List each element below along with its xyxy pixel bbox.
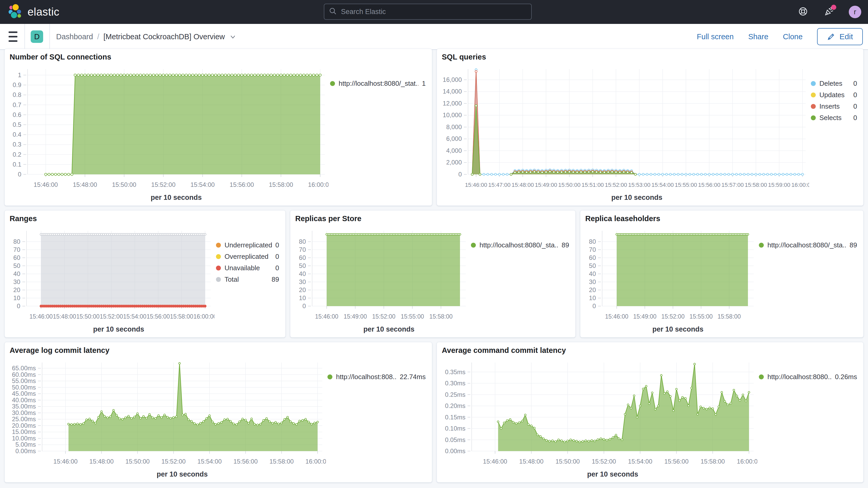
svg-text:0.10ms: 0.10ms (445, 425, 465, 432)
chart-average-command-commit-latency[interactable]: 0.00ms0.05ms0.10ms0.15ms0.20ms0.25ms0.30… (439, 358, 757, 480)
divider (50, 24, 50, 49)
chart-legend: http://localhost:8080/_sta...89 (757, 226, 861, 335)
series-color-dot (216, 243, 221, 248)
svg-text:0.6: 0.6 (13, 111, 21, 118)
svg-text:10: 10 (589, 295, 596, 301)
chart-replica-leaseholders[interactable]: 0102030405060708015:46:0015:49:0015:52:0… (582, 226, 757, 335)
legend-item[interactable]: http://localhost:8080/_sta...89 (471, 241, 571, 249)
svg-text:14,000: 14,000 (443, 88, 462, 95)
chart-sql-queries[interactable]: 02,0004,0006,0008,00010,00012,00014,0001… (439, 65, 809, 204)
chart-average-log-commit-latency[interactable]: 0.00ms5.00ms10.00ms15.00ms20.00ms25.00ms… (7, 358, 326, 480)
legend-item[interactable]: http://localhost:808...22.74ms (328, 373, 427, 381)
svg-text:15:46:00: 15:46:00 (29, 313, 53, 320)
svg-text:0.4: 0.4 (13, 131, 21, 138)
legend-label: Inserts (819, 102, 840, 110)
legend-item[interactable]: http://localhost:8080/_stat...1 (330, 80, 427, 87)
legend-item[interactable]: Total89 (216, 275, 281, 283)
elastic-logo[interactable]: elastic (8, 4, 60, 20)
life-ring-icon (798, 6, 808, 18)
svg-text:0.25ms: 0.25ms (445, 391, 465, 398)
svg-text:40.00ms: 40.00ms (12, 397, 36, 403)
svg-text:80: 80 (13, 238, 20, 245)
svg-text:15:49:00: 15:49:00 (344, 313, 367, 320)
svg-text:15:52:00: 15:52:00 (372, 313, 396, 320)
svg-text:5.00ms: 5.00ms (16, 441, 36, 448)
svg-text:0.15ms: 0.15ms (445, 414, 465, 421)
svg-text:10: 10 (299, 295, 306, 301)
legend-item[interactable]: Unavailable0 (216, 264, 281, 272)
logo-wordmark: elastic (28, 6, 60, 18)
legend-item[interactable]: Deletes0 (811, 80, 859, 87)
help-button[interactable] (797, 6, 809, 18)
hamburger-icon (8, 31, 18, 33)
svg-text:0.9: 0.9 (13, 81, 21, 88)
svg-text:80: 80 (299, 238, 306, 245)
legend-label: http://localhost:808... (336, 373, 396, 381)
chart-legend: http://localhost:8080...0.26ms (757, 358, 861, 480)
svg-text:70: 70 (589, 246, 596, 253)
page-title[interactable]: [Metricbeat CockroachDB] Overview (103, 32, 225, 41)
svg-text:15:46:00: 15:46:00 (53, 458, 78, 465)
newsfeed-button[interactable] (823, 6, 835, 18)
svg-text:30.00ms: 30.00ms (12, 409, 36, 416)
legend-value: 0 (276, 252, 281, 261)
legend-item[interactable]: Updates0 (811, 91, 859, 99)
search-input[interactable] (340, 7, 527, 16)
svg-text:0: 0 (592, 302, 596, 309)
svg-text:2,000: 2,000 (446, 159, 462, 166)
series-color-dot (759, 243, 764, 248)
svg-text:16:00:00: 16:00:00 (791, 182, 809, 188)
chevron-down-icon[interactable] (229, 33, 236, 40)
chart-ranges[interactable]: 0102030405060708015:46:0015:48:0015:50:0… (7, 226, 214, 335)
svg-text:0: 0 (18, 171, 21, 178)
panel-title: Average log commit latency (10, 346, 110, 355)
legend-label: http://localhost:8080/_sta... (768, 241, 846, 249)
legend-item[interactable]: http://localhost:8080/_sta...89 (759, 241, 859, 249)
svg-text:0.7: 0.7 (13, 101, 21, 109)
chart-replicas-per-store[interactable]: 0102030405060708015:46:0015:49:0015:52:0… (292, 226, 469, 335)
share-button[interactable]: Share (748, 32, 768, 41)
svg-text:0.35ms: 0.35ms (445, 368, 465, 375)
legend-item[interactable]: Underreplicated0 (216, 241, 281, 249)
clone-button[interactable]: Clone (783, 32, 803, 41)
svg-text:per 10 seconds: per 10 seconds (652, 325, 704, 333)
edit-button[interactable]: Edit (817, 28, 863, 45)
dashboard-app-badge[interactable]: D (31, 30, 43, 43)
user-avatar[interactable]: r (849, 6, 861, 18)
series-color-dot (811, 104, 816, 109)
svg-text:30: 30 (13, 278, 20, 285)
legend-item[interactable]: Overreplicated0 (216, 252, 281, 261)
breadcrumb-dashboard[interactable]: Dashboard (56, 32, 93, 41)
global-search[interactable] (324, 4, 532, 20)
svg-text:per 10 seconds: per 10 seconds (611, 193, 662, 202)
chart-number-of-sql-connections[interactable]: 00.10.20.30.40.50.60.70.80.9115:46:0015:… (7, 65, 329, 204)
svg-text:0.30ms: 0.30ms (445, 379, 465, 387)
svg-text:15:58:00: 15:58:00 (717, 313, 741, 320)
svg-text:15:52:00: 15:52:00 (100, 313, 123, 320)
svg-text:60.00ms: 60.00ms (12, 371, 36, 378)
svg-text:15:56:00: 15:56:00 (234, 458, 257, 465)
menu-button[interactable] (8, 31, 18, 42)
legend-item[interactable]: Inserts0 (811, 102, 859, 110)
legend-label: http://localhost:8080... (768, 373, 831, 381)
legend-value: 1 (422, 80, 427, 87)
svg-text:0.3: 0.3 (13, 141, 21, 148)
svg-text:15:46:00: 15:46:00 (33, 181, 58, 188)
legend-value: 0 (276, 241, 281, 249)
svg-text:15:46:00: 15:46:00 (483, 458, 507, 465)
svg-text:15:54:00: 15:54:00 (123, 313, 147, 320)
svg-text:30: 30 (589, 278, 596, 285)
legend-value: 89 (272, 275, 281, 283)
panel-title: Average command commit latency (442, 346, 566, 355)
svg-text:15:55:00: 15:55:00 (689, 313, 713, 320)
pencil-icon (827, 32, 835, 41)
panel-title: Ranges (10, 214, 37, 223)
legend-item[interactable]: http://localhost:8080...0.26ms (759, 373, 859, 381)
svg-text:1: 1 (18, 71, 21, 79)
series-color-dot (216, 266, 221, 271)
legend-item[interactable]: Selects0 (811, 114, 859, 122)
svg-text:0.8: 0.8 (13, 91, 21, 98)
svg-text:15:56:00: 15:56:00 (230, 181, 254, 188)
svg-text:15:50:00: 15:50:00 (558, 182, 581, 188)
full-screen-button[interactable]: Full screen (697, 32, 734, 41)
